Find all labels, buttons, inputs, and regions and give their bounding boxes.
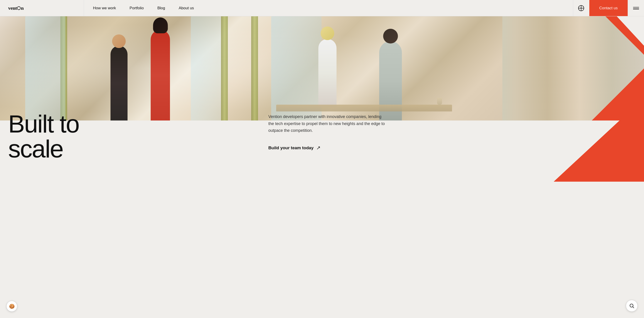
person-head-2	[153, 17, 168, 33]
hero-headline: Built to scale	[8, 111, 259, 161]
person-head-4	[321, 26, 334, 40]
menu-button[interactable]	[628, 0, 644, 16]
headline-line-2: scale	[8, 135, 63, 163]
nav-blog[interactable]: Blog	[157, 6, 165, 10]
logo: ventn	[8, 5, 24, 11]
person-white-top	[318, 39, 336, 107]
header: ventn How we work Portfolio Blog About u…	[0, 0, 644, 16]
contact-button[interactable]: Contact us	[589, 0, 628, 16]
cta-arrow-icon: ↗	[316, 145, 320, 151]
hero-section: Built to scale Vention developers partne…	[0, 16, 644, 182]
logo-zero	[17, 6, 21, 10]
logo-area: ventn	[0, 0, 84, 16]
text-section: Built to scale Vention developers partne…	[0, 98, 644, 182]
nav-portfolio[interactable]: Portfolio	[130, 6, 144, 10]
header-right: Contact us	[573, 0, 644, 16]
hero-right-text: Vention developers partner with innovati…	[259, 111, 636, 151]
cta-label: Build your team today	[268, 146, 314, 151]
globe-icon	[578, 5, 584, 11]
nav-about-us[interactable]: About us	[179, 6, 194, 10]
hamburger-line-1	[633, 7, 639, 8]
hamburger-line-2	[633, 8, 639, 9]
hero-description: Vention developers partner with innovati…	[268, 113, 386, 134]
cta-link[interactable]: Build your team today ↗	[268, 145, 636, 151]
main-nav: How we work Portfolio Blog About us	[84, 0, 573, 16]
headline-line-1: Built to	[8, 110, 79, 138]
language-selector-button[interactable]	[573, 0, 589, 16]
nav-how-we-work[interactable]: How we work	[93, 6, 116, 10]
person-head-1	[112, 34, 126, 48]
person-head-3	[383, 29, 398, 43]
